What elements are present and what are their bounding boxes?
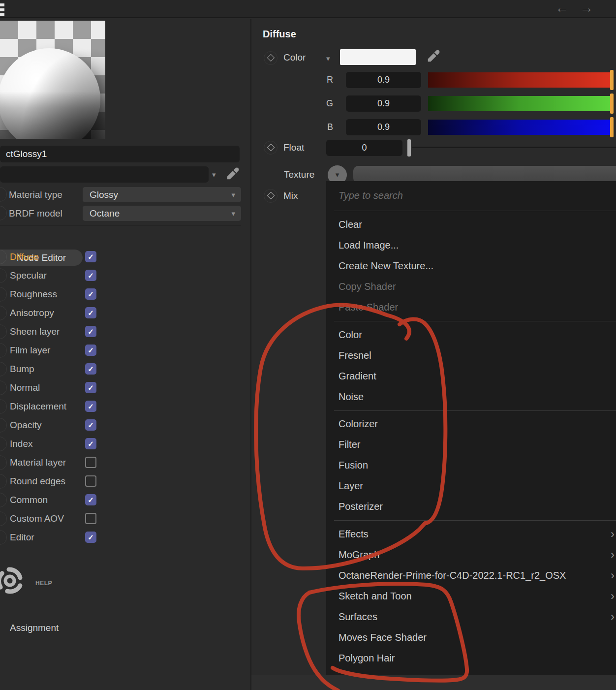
menu-item-polygon-hair[interactable]: Polygon Hair: [326, 648, 616, 668]
checkbox-checked[interactable]: ✓: [85, 345, 96, 356]
menu-item-load-image[interactable]: Load Image...: [326, 235, 616, 255]
top-toolbar: ← →: [0, 0, 616, 18]
channel-row-anisotropy[interactable]: Anisotropy ✓: [0, 304, 148, 322]
forward-arrow-icon[interactable]: →: [577, 0, 596, 16]
red-channel-label: R: [327, 75, 333, 85]
menu-divider: [334, 321, 616, 321]
material-type-edge-circle: [0, 187, 7, 202]
checkbox-checked[interactable]: ✓: [85, 270, 96, 281]
red-value-input[interactable]: 0.9: [346, 72, 421, 88]
panel-divider: [250, 19, 251, 690]
channel-row-displacement[interactable]: Displacement ✓: [0, 397, 148, 416]
menu-item-fusion[interactable]: Fusion: [326, 455, 616, 475]
channel-row-common[interactable]: Common ✓: [0, 491, 148, 509]
channel-row-editor[interactable]: Editor ✓: [0, 528, 148, 547]
channel-row-diffuse[interactable]: Diffuse ✓: [0, 248, 148, 266]
menu-item-noise[interactable]: Noise: [326, 386, 616, 407]
material-name-input[interactable]: ctGlossy1: [0, 146, 240, 162]
menu-item-gradient[interactable]: Gradient: [326, 366, 616, 386]
channel-row-material-layer[interactable]: Material layer: [0, 453, 148, 472]
green-value-input[interactable]: 0.9: [346, 95, 421, 112]
brdf-model-select[interactable]: Octane ▾: [83, 206, 241, 221]
green-slider-handle[interactable]: [610, 94, 614, 114]
checkbox-checked[interactable]: ✓: [85, 419, 96, 431]
channel-row-index[interactable]: Index ✓: [0, 435, 148, 453]
checkbox-unchecked[interactable]: [85, 457, 96, 468]
green-slider[interactable]: [428, 96, 612, 111]
brdf-edge-circle: [0, 206, 7, 220]
menu-divider: [334, 520, 616, 521]
submenu-arrow-icon: ›: [611, 524, 615, 544]
eyedropper-icon[interactable]: [224, 166, 240, 183]
color-label: Color: [283, 52, 306, 63]
channel-row-roughness[interactable]: Roughness ✓: [0, 285, 148, 304]
float-value-input[interactable]: 0: [326, 140, 402, 156]
checkbox-checked[interactable]: ✓: [85, 288, 96, 300]
menu-item-posterizer[interactable]: Posterizer: [326, 496, 616, 517]
checkbox-unchecked[interactable]: [85, 475, 96, 487]
menu-item-color[interactable]: Color: [326, 324, 616, 345]
checkbox-checked[interactable]: ✓: [85, 401, 96, 412]
red-slider-handle[interactable]: [610, 70, 614, 90]
checkbox-checked[interactable]: ✓: [85, 251, 96, 262]
chevron-down-icon: ▾: [231, 206, 235, 221]
green-channel-label: G: [326, 98, 333, 109]
help-label: HELP: [35, 580, 52, 587]
menu-item-sketch-and-toon[interactable]: Sketch and Toon ›: [326, 586, 616, 606]
assignment-label[interactable]: Assignment: [10, 623, 59, 633]
menu-item-mograph[interactable]: MoGraph ›: [326, 544, 616, 565]
layer-field[interactable]: [0, 166, 209, 183]
red-slider[interactable]: [428, 72, 612, 88]
float-slider-track[interactable]: [412, 147, 616, 148]
checkbox-checked[interactable]: ✓: [85, 326, 96, 337]
channel-row-bump[interactable]: Bump ✓: [0, 360, 148, 378]
texture-field[interactable]: [353, 166, 616, 183]
checkbox-unchecked[interactable]: [85, 513, 96, 524]
channel-row-normal[interactable]: Normal ✓: [0, 378, 148, 397]
back-arrow-icon[interactable]: ←: [552, 0, 572, 16]
layer-dropdown-icon[interactable]: ▾: [212, 170, 216, 179]
menu-search-input[interactable]: Type to search: [339, 190, 403, 201]
menu-item-create-new-texture[interactable]: Create New Texture...: [326, 255, 616, 276]
texture-label: Texture: [284, 169, 314, 180]
brdf-model-label: BRDF model: [9, 208, 62, 219]
channel-row-specular[interactable]: Specular ✓: [0, 266, 148, 285]
menu-item-moves-face-shader[interactable]: Moves Face Shader: [326, 627, 616, 648]
texture-context-menu: Type to search Clear Load Image... Creat…: [326, 181, 616, 675]
menu-item-colorizer[interactable]: Colorizer: [326, 413, 616, 434]
checkbox-checked[interactable]: ✓: [85, 438, 96, 449]
channel-row-custom-aov[interactable]: Custom AOV: [0, 509, 148, 528]
channel-row-round-edges[interactable]: Round edges: [0, 472, 148, 491]
channel-row-opacity[interactable]: Opacity ✓: [0, 416, 148, 435]
checkbox-checked[interactable]: ✓: [85, 382, 96, 393]
blue-slider-handle[interactable]: [610, 117, 614, 137]
blue-slider[interactable]: [428, 120, 612, 135]
color-swatch[interactable]: [340, 49, 416, 65]
checkbox-checked[interactable]: ✓: [85, 363, 96, 375]
channel-row-sheen-layer[interactable]: Sheen layer ✓: [0, 322, 148, 341]
menu-item-paste-shader: Paste Shader: [326, 297, 616, 317]
material-left-panel: ctGlossy1 ▾ Material type Glossy ▾ BRDF …: [0, 19, 251, 690]
menu-item-layer[interactable]: Layer: [326, 475, 616, 496]
channel-row-film-layer[interactable]: Film layer ✓: [0, 341, 148, 360]
material-type-select[interactable]: Glossy ▾: [83, 187, 241, 202]
divider: [0, 225, 241, 226]
checkbox-checked[interactable]: ✓: [85, 532, 96, 543]
eyedropper-icon[interactable]: [425, 48, 441, 65]
menu-item-copy-shader: Copy Shader: [326, 276, 616, 297]
blue-value-input[interactable]: 0.9: [346, 119, 421, 135]
octane-help-logo-icon[interactable]: [0, 565, 27, 596]
checkbox-checked[interactable]: ✓: [85, 494, 96, 505]
checkbox-checked[interactable]: ✓: [85, 307, 96, 318]
menu-item-effects[interactable]: Effects ›: [326, 524, 616, 544]
menu-item-filter[interactable]: Filter: [326, 434, 616, 455]
menu-item-fresnel[interactable]: Fresnel: [326, 345, 616, 366]
color-dropdown-icon[interactable]: ▾: [326, 54, 330, 63]
menu-item-surfaces[interactable]: Surfaces ›: [326, 606, 616, 627]
float-slider-handle[interactable]: [407, 139, 411, 157]
material-preview[interactable]: [0, 21, 105, 139]
material-editor-window: ← → ctGlossy1 ▾ Material type Glossy ▾ B…: [0, 0, 616, 690]
menu-item-octanerender-prime[interactable]: OctaneRender-Prime-for-C4D-2022.1-RC1_r2…: [326, 565, 616, 586]
menu-divider: [334, 410, 616, 411]
menu-item-clear[interactable]: Clear: [326, 214, 616, 235]
